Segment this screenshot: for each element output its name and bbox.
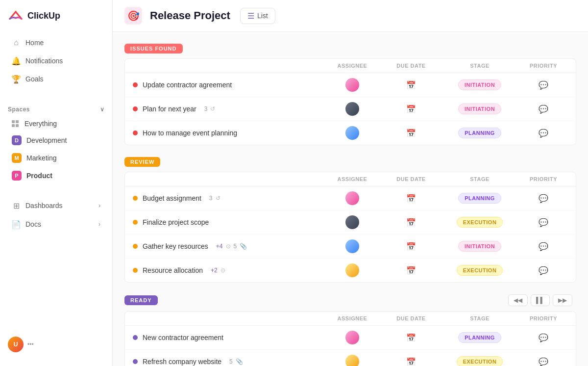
avatar bbox=[345, 191, 359, 205]
task-name[interactable]: Refresh company website bbox=[143, 358, 221, 366]
review-badge: REVIEW bbox=[124, 157, 160, 167]
task-name[interactable]: Finalize project scope bbox=[143, 218, 209, 226]
dashboards-chevron-icon: › bbox=[98, 202, 100, 209]
task-name[interactable]: New contractor agreement bbox=[143, 334, 223, 341]
priority-cell[interactable]: 💬 bbox=[519, 194, 568, 203]
col-priority-3: PRIORITY bbox=[519, 315, 568, 321]
sidebar-item-everything-label: Everything bbox=[24, 120, 57, 128]
user-avatar[interactable]: U bbox=[8, 337, 24, 352]
issues-badge: ISSUES FOUND bbox=[124, 44, 183, 53]
avatar bbox=[345, 239, 359, 253]
assignee-cell bbox=[323, 331, 382, 344]
toolbar-btn-2[interactable]: ▌▌ bbox=[531, 294, 550, 306]
due-date-cell[interactable]: 📅 bbox=[382, 218, 441, 227]
assignee-cell bbox=[323, 102, 382, 116]
table-row: Budget assignment 3 ↺ 📅 PLANNING 💬 bbox=[125, 186, 576, 210]
docs-chevron-icon: › bbox=[98, 221, 100, 228]
attach-count: 5 bbox=[229, 358, 233, 365]
paperclip-icon: 📎 bbox=[236, 358, 243, 365]
col-assignee-3: ASSIGNEE bbox=[323, 315, 382, 321]
due-date-cell[interactable]: 📅 bbox=[382, 105, 441, 114]
avatar bbox=[345, 78, 359, 92]
sidebar-item-product[interactable]: P Product bbox=[4, 167, 108, 184]
avatar bbox=[345, 331, 359, 344]
priority-cell[interactable]: 💬 bbox=[519, 333, 568, 342]
nav-docs[interactable]: 📄 Docs › bbox=[4, 215, 108, 233]
nav-home[interactable]: ⌂ Home bbox=[4, 34, 108, 52]
paperclip-icon: 📎 bbox=[240, 243, 247, 250]
toolbar-btn-3[interactable]: ▶▶ bbox=[553, 294, 572, 306]
ready-toolbar: ◀◀ ▌▌ ▶▶ bbox=[158, 294, 576, 306]
view-selector[interactable]: ☰ List bbox=[240, 8, 275, 24]
stage-cell: INITIATION bbox=[441, 104, 519, 114]
due-date-cell[interactable]: 📅 bbox=[382, 266, 441, 275]
home-icon: ⌂ bbox=[12, 38, 21, 47]
page-title: Release Project bbox=[150, 9, 230, 22]
due-date-cell[interactable]: 📅 bbox=[382, 194, 441, 203]
sidebar-item-marketing[interactable]: M Marketing bbox=[4, 150, 108, 166]
extra-count: +4 bbox=[216, 243, 223, 250]
development-icon: D bbox=[12, 135, 22, 145]
due-date-cell[interactable]: 📅 bbox=[382, 333, 441, 342]
task-name[interactable]: Plan for next year bbox=[143, 105, 196, 113]
project-icon: 🎯 bbox=[124, 7, 142, 25]
avatar bbox=[345, 355, 359, 366]
everything-icon bbox=[12, 120, 20, 127]
task-name[interactable]: Update contractor agreement bbox=[143, 81, 232, 89]
spaces-chevron-icon[interactable]: ∨ bbox=[100, 106, 105, 113]
due-date-cell[interactable]: 📅 bbox=[382, 357, 441, 366]
sidebar-item-development-label: Development bbox=[26, 136, 67, 144]
task-name[interactable]: How to manage event planning bbox=[143, 129, 237, 137]
stage-cell: PLANNING bbox=[441, 193, 519, 204]
ready-table: ASSIGNEE DUE DATE STAGE PRIORITY New con… bbox=[124, 311, 576, 366]
user-status: ••• bbox=[27, 341, 34, 348]
priority-cell[interactable]: 💬 bbox=[519, 129, 568, 138]
priority-cell[interactable]: 💬 bbox=[519, 357, 568, 366]
table-row: Refresh company website 5 📎 📅 EXECUTION … bbox=[125, 350, 576, 366]
task-status-dot bbox=[133, 131, 138, 135]
section-ready: READY ◀◀ ▌▌ ▶▶ ASSIGNEE DUE DATE STAGE P… bbox=[124, 294, 576, 366]
col-priority-1: PRIORITY bbox=[519, 63, 568, 69]
bell-icon: 🔔 bbox=[12, 56, 21, 65]
due-date-cell[interactable]: 📅 bbox=[382, 242, 441, 251]
issues-table: ASSIGNEE DUE DATE STAGE PRIORITY Update … bbox=[124, 58, 576, 145]
sidebar-item-everything[interactable]: Everything bbox=[4, 116, 108, 131]
table-row: Resource allocation +2 ⊙ 📅 EXECUTION 💬 bbox=[125, 259, 576, 282]
task-name[interactable]: Gather key resources bbox=[143, 242, 208, 250]
stage-cell: PLANNING bbox=[441, 128, 519, 138]
nav-home-label: Home bbox=[25, 39, 44, 47]
task-name[interactable]: Resource allocation bbox=[143, 266, 203, 274]
task-name[interactable]: Budget assignment bbox=[143, 194, 201, 202]
product-icon: P bbox=[12, 171, 22, 181]
nav-goals[interactable]: 🏆 Goals bbox=[4, 70, 108, 88]
avatar bbox=[345, 126, 359, 140]
nav-notifications[interactable]: 🔔 Notifications bbox=[4, 52, 108, 70]
goals-icon: 🏆 bbox=[12, 75, 21, 83]
assignee-cell bbox=[323, 355, 382, 366]
stage-badge: PLANNING bbox=[458, 193, 501, 204]
assignee-cell bbox=[323, 215, 382, 229]
priority-cell[interactable]: 💬 bbox=[519, 218, 568, 227]
priority-cell[interactable]: 💬 bbox=[519, 105, 568, 114]
stage-badge: INITIATION bbox=[458, 79, 501, 90]
due-date-cell[interactable]: 📅 bbox=[382, 80, 441, 90]
priority-cell[interactable]: 💬 bbox=[519, 242, 568, 251]
priority-cell[interactable]: 💬 bbox=[519, 80, 568, 90]
stage-cell: EXECUTION bbox=[441, 217, 519, 228]
due-date-cell[interactable]: 📅 bbox=[382, 129, 441, 138]
priority-cell[interactable]: 💬 bbox=[519, 266, 568, 275]
nav-dashboards[interactable]: ⊞ Dashboards › bbox=[4, 197, 108, 214]
review-col-headers: ASSIGNEE DUE DATE STAGE PRIORITY bbox=[125, 172, 576, 186]
toolbar-btn-1[interactable]: ◀◀ bbox=[508, 294, 528, 306]
logo-text: ClickUp bbox=[27, 11, 60, 21]
sidebar-item-development[interactable]: D Development bbox=[4, 132, 108, 149]
page-header: 🎯 Release Project ☰ List bbox=[113, 0, 588, 32]
stage-badge: EXECUTION bbox=[457, 265, 503, 276]
extra-count: +2 bbox=[211, 267, 218, 274]
task-status-dot bbox=[133, 220, 138, 225]
col-name-spacer bbox=[133, 176, 323, 182]
task-status-dot bbox=[133, 359, 138, 364]
stage-badge: INITIATION bbox=[458, 104, 501, 114]
section-issues: ISSUES FOUND ASSIGNEE DUE DATE STAGE PRI… bbox=[124, 44, 576, 145]
stage-cell: INITIATION bbox=[441, 79, 519, 90]
